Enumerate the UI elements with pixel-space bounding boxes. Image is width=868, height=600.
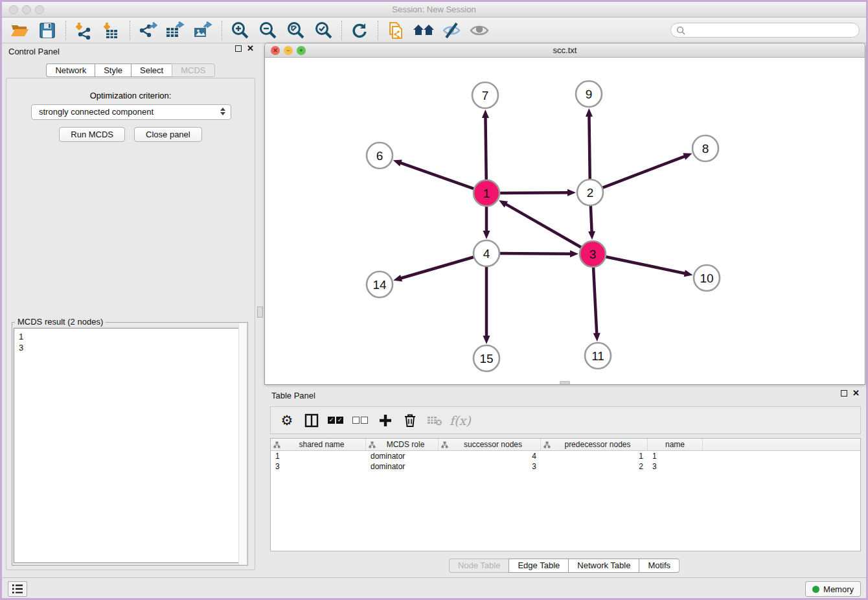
node-table[interactable]: shared name MCDS role successor nodes pr…: [270, 438, 861, 551]
save-session-icon[interactable]: [36, 20, 58, 41]
graph-edge-3-11[interactable]: [593, 266, 597, 334]
table-cell[interactable]: dominator: [366, 461, 439, 472]
graph-edge-arrow-1-6: [393, 159, 402, 166]
show-all-icon[interactable]: [468, 20, 490, 41]
tab-mcds[interactable]: MCDS: [172, 63, 214, 77]
import-network-icon[interactable]: [73, 20, 95, 41]
network-window: ✕ − + scc.txt 7968124314101511: [264, 43, 865, 385]
open-session-icon[interactable]: [8, 20, 30, 41]
tab-node-table[interactable]: Node Table: [449, 559, 509, 573]
graph-node-label-1: 1: [483, 187, 490, 200]
graph-edge-1-2[interactable]: [498, 192, 569, 193]
run-mcds-button[interactable]: Run MCDS: [59, 127, 125, 142]
deselect-all-icon[interactable]: [351, 411, 371, 430]
graph-edge-2-8[interactable]: [601, 156, 685, 189]
import-table-icon[interactable]: [100, 20, 122, 41]
table-options-icon[interactable]: ⚙: [277, 411, 297, 430]
mcds-result-text[interactable]: 1 3: [14, 328, 246, 563]
network-title: scc.txt: [265, 45, 865, 55]
tab-style[interactable]: Style: [95, 63, 131, 77]
float-table-panel-icon[interactable]: [841, 390, 847, 397]
network-canvas[interactable]: 7968124314101511: [265, 58, 865, 384]
close-panel-icon[interactable]: ✕: [247, 45, 254, 52]
tab-motifs[interactable]: Motifs: [639, 559, 680, 573]
hierarchy-icon: [273, 441, 280, 448]
graph-edge-arrow-4-15: [483, 336, 490, 344]
graph-edge-1-6[interactable]: [400, 163, 475, 189]
add-column-icon[interactable]: [376, 411, 395, 430]
table-toolbar: ⚙ ✓✓ f(x): [270, 406, 861, 434]
table-cell[interactable]: dominator: [366, 451, 439, 461]
table-cell[interactable]: 3: [271, 461, 366, 472]
control-panel-tabs: Network Style Select MCDS: [2, 63, 259, 77]
export-network-icon[interactable]: [137, 20, 159, 41]
column-header-name[interactable]: name: [648, 439, 703, 451]
graph-node-label-2: 2: [587, 186, 594, 200]
status-bar: Memory: [2, 577, 866, 598]
column-header-filler: [703, 439, 860, 451]
tab-network[interactable]: Network: [46, 63, 95, 77]
search-icon: [676, 26, 685, 35]
result-scrollbar[interactable]: [238, 323, 246, 564]
float-panel-icon[interactable]: [235, 45, 242, 52]
zoom-fit-icon[interactable]: [284, 20, 306, 41]
graph-edge-2-9[interactable]: [589, 115, 589, 181]
tab-edge-table[interactable]: Edge Table: [508, 559, 568, 573]
toolbar-separator: [341, 21, 342, 40]
table-cell[interactable]: 4: [439, 451, 541, 461]
app-window: Session: New Session: [0, 0, 868, 600]
graph-edge-arrow-3-10: [684, 270, 693, 277]
delete-column-icon[interactable]: [400, 411, 420, 430]
close-panel-button[interactable]: Close panel: [134, 127, 202, 142]
tab-network-table[interactable]: Network Table: [568, 559, 639, 573]
column-header-mcds-role[interactable]: MCDS role: [366, 439, 439, 451]
memory-button[interactable]: Memory: [805, 581, 861, 597]
panel-splitter-handle[interactable]: [257, 306, 263, 317]
table-cell[interactable]: 2: [541, 461, 648, 472]
search-field[interactable]: [670, 23, 860, 38]
zoom-selected-icon[interactable]: [312, 20, 334, 41]
copy-current-style-icon[interactable]: [385, 20, 407, 41]
graph-edge-arrow-4-3: [570, 250, 578, 257]
graph-node-label-14: 14: [372, 278, 387, 292]
search-input[interactable]: [685, 26, 854, 35]
first-neighbors-icon[interactable]: [413, 20, 435, 41]
memory-status-icon: [812, 586, 819, 593]
export-image-icon[interactable]: [192, 20, 214, 41]
table-cell[interactable]: 3: [439, 461, 541, 472]
close-table-panel-icon[interactable]: ✕: [852, 390, 860, 397]
tab-select[interactable]: Select: [131, 63, 172, 77]
refresh-icon[interactable]: [348, 20, 371, 41]
table-cell[interactable]: 1: [271, 451, 366, 461]
column-header-shared-name[interactable]: shared name: [271, 439, 366, 451]
graph-edge-3-10[interactable]: [604, 257, 686, 274]
toolbar-separator: [130, 21, 130, 40]
graph-edge-4-14[interactable]: [400, 257, 475, 279]
export-table-icon[interactable]: [165, 20, 187, 41]
column-header-successor-nodes[interactable]: successor nodes: [439, 439, 541, 451]
table-cell[interactable]: 1: [541, 451, 648, 461]
table-cell: [703, 461, 860, 472]
column-layout-icon[interactable]: [302, 411, 321, 430]
task-history-button[interactable]: [8, 581, 27, 597]
canvas-resize-handle[interactable]: [560, 381, 570, 384]
hide-selected-icon[interactable]: [440, 20, 463, 41]
graph-edge-3-1[interactable]: [505, 203, 583, 248]
column-header-predecessor-nodes[interactable]: predecessor nodes: [541, 439, 648, 451]
select-all-icon[interactable]: ✓✓: [326, 411, 346, 430]
optimization-criterion-select[interactable]: strongly connected component: [31, 104, 231, 120]
graph-node-label-6: 6: [376, 149, 383, 163]
table-panel: Table Panel ✕ ⚙ ✓✓ f(x): [262, 387, 866, 577]
toolbar-separator: [378, 21, 378, 40]
apply-function-icon: f(x): [450, 411, 471, 430]
graph-edge-1-7[interactable]: [485, 117, 486, 181]
table-cell[interactable]: 1: [648, 451, 703, 461]
graph-edge-4-3[interactable]: [498, 253, 571, 254]
graph-edge-arrow-1-7: [482, 110, 489, 118]
toolbar-separator: [65, 21, 66, 40]
zoom-out-icon[interactable]: [257, 20, 279, 41]
zoom-in-icon[interactable]: [229, 20, 251, 41]
graph-edge-2-3[interactable]: [591, 204, 592, 233]
table-panel-title: Table Panel: [271, 391, 315, 400]
table-cell[interactable]: 3: [648, 461, 703, 472]
